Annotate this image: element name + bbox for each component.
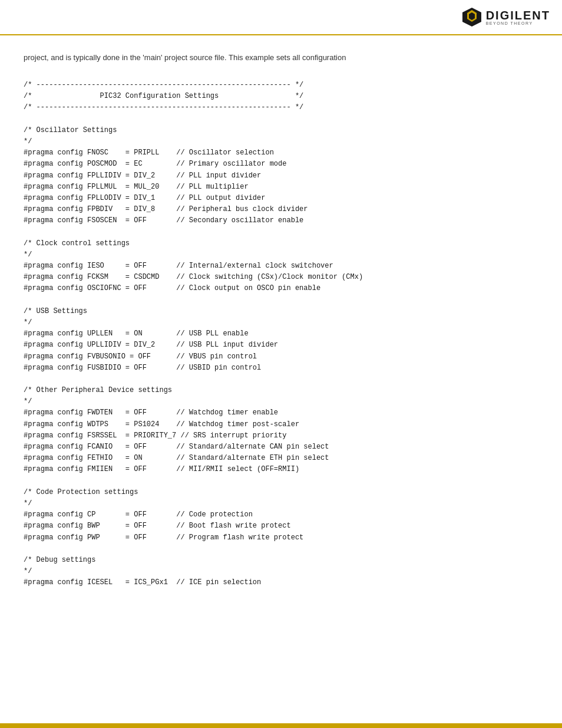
code-block: /* -------------------------------------… [24, 80, 538, 588]
intro-paragraph: project, and is typically done in the 'm… [24, 53, 538, 62]
logo-tagline: BEYOND THEORY [486, 21, 550, 25]
logo-icon [461, 6, 482, 28]
page-header: DIGILENT BEYOND THEORY [0, 0, 562, 35]
logo-text: DIGILENT BEYOND THEORY [486, 9, 550, 25]
footer-bar [0, 723, 562, 728]
logo: DIGILENT BEYOND THEORY [461, 6, 550, 28]
logo-brand: DIGILENT [486, 9, 550, 21]
main-content: project, and is typically done in the 'm… [0, 35, 562, 612]
